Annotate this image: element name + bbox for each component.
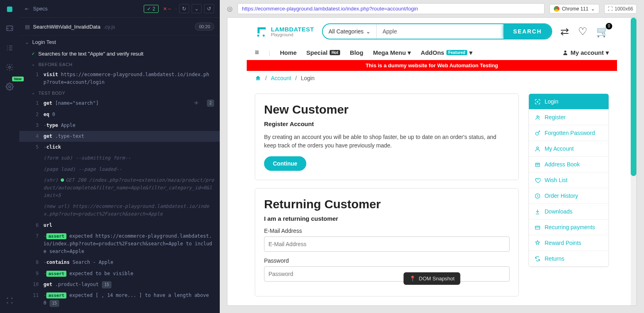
svg-point-3 — [9, 86, 11, 88]
site-logo[interactable]: LAMBDATEST Playground — [255, 25, 314, 38]
cart-icon[interactable]: 🛒0 — [596, 25, 609, 38]
nav-mega-menu[interactable]: Mega Menu ▾ — [373, 49, 411, 56]
command-row[interactable]: 1visit https://ecommerce-playground.lamb… — [19, 69, 220, 88]
chevron-down-icon: ⌄ — [591, 6, 595, 12]
command-row[interactable]: 3-type Apple — [19, 120, 220, 131]
url-input[interactable] — [237, 3, 545, 14]
password-field[interactable] — [264, 266, 510, 282]
before-each-header[interactable]: ⌄ BEFORE EACH — [19, 59, 220, 69]
browser-badge[interactable]: Chrome 111 ⌄ — [549, 4, 599, 14]
sidebar-item-returns[interactable]: Returns — [529, 251, 609, 267]
command-row[interactable]: (xhr) GET 200 /index.php?route=extension… — [19, 175, 220, 201]
separator: · — [175, 6, 177, 12]
search-button[interactable]: SEARCH — [504, 24, 551, 39]
sidebar-item-address-book[interactable]: Address Book — [529, 157, 609, 172]
breadcrumb-account[interactable]: Account — [271, 75, 291, 81]
nav-blog[interactable]: Blog — [350, 49, 363, 56]
file-ext: .cy.js — [103, 24, 115, 30]
spec-header: ⇤ Specs ✓ 2 ✕ – · ↻ ⌄ ↺ — [19, 0, 220, 18]
dom-snapshot-badge[interactable]: 📍 DOM Snapshot — [404, 272, 460, 285]
sidebar-item-login[interactable]: Login — [529, 94, 609, 110]
email-field[interactable] — [264, 236, 510, 252]
menu-icon[interactable]: ≡ — [255, 48, 259, 57]
command-row[interactable]: 1get [name="search"]👁2 — [19, 98, 220, 109]
sidebar-item-my-account[interactable]: My Account — [529, 141, 609, 157]
reload-icon[interactable]: ↺ — [204, 4, 214, 13]
section-label: BEFORE EACH — [39, 62, 72, 67]
logo-subtitle: Playground — [271, 32, 314, 37]
describe-block[interactable]: ⌄ Login Test — [19, 36, 220, 48]
command-row[interactable]: 9-assert expected to be visible — [19, 268, 220, 279]
chrome-label: Chrome 111 — [562, 6, 588, 12]
returning-customer-card: Returning Customer I am a returning cust… — [255, 188, 519, 296]
command-row[interactable]: 7-assert expected https://ecommerce-play… — [19, 231, 220, 257]
check-icon: ✓ — [31, 51, 35, 56]
cart-count-badge: 0 — [606, 23, 612, 29]
nav-home[interactable]: Home — [280, 49, 297, 56]
test-row[interactable]: ✓ Searches for the text "Apple" and veri… — [19, 48, 220, 59]
scrollbar[interactable] — [631, 18, 636, 305]
duration-badge: 00:20 — [195, 23, 214, 31]
rail-gear-icon[interactable] — [5, 82, 14, 91]
command-row[interactable]: (form sub) --submitting form-- — [19, 153, 220, 164]
home-icon[interactable] — [255, 75, 261, 81]
viewport-badge[interactable]: ⛶ 1000x66 — [604, 4, 637, 14]
site-nav: ≡ | Home SpecialHot Blog Mega Menu ▾ Add… — [247, 45, 617, 60]
chevron-down-icon[interactable]: ⌄ — [192, 4, 202, 13]
email-label: E-Mail Address — [264, 228, 510, 234]
sidebar-item-wish-list[interactable]: Wish List — [529, 172, 609, 188]
new-customer-title: New Customer — [264, 103, 510, 116]
sidebar-item-order-history[interactable]: Order History — [529, 188, 609, 204]
command-log: 1visit https://ecommerce-playground.lamb… — [19, 69, 220, 313]
loading-icon[interactable]: ↻ — [179, 4, 189, 13]
rail-list-icon[interactable] — [5, 44, 14, 52]
command-row[interactable]: 2eq 0 — [19, 109, 220, 120]
search-category-select[interactable]: All Categories ⌄ — [323, 24, 377, 39]
compare-icon[interactable]: ⇄ — [560, 25, 569, 38]
nav-my-account[interactable]: My account ▾ — [562, 49, 609, 56]
chevron-down-icon: ⌄ — [31, 62, 35, 67]
dom-snapshot-label: DOM Snapshot — [419, 276, 455, 282]
nav-special[interactable]: SpecialHot — [306, 49, 340, 56]
rail-app-icon[interactable] — [5, 5, 14, 14]
svg-rect-0 — [7, 6, 12, 12]
svg-point-2 — [9, 66, 11, 68]
svg-point-5 — [263, 35, 265, 37]
continue-button[interactable]: Continue — [264, 156, 306, 171]
svg-point-4 — [257, 35, 259, 37]
test-title: Searches for the text "Apple" and verify… — [38, 51, 143, 57]
logo-text: LAMBDATEST — [271, 26, 314, 32]
command-row[interactable]: 4get .type-text — [19, 131, 220, 142]
viewport: LAMBDATEST Playground All Categories ⌄ S… — [227, 17, 637, 306]
file-row[interactable]: ▤ SearchWithValid_InvalidData.cy.js 00:2… — [19, 18, 220, 36]
logo-icon — [255, 25, 268, 38]
sidebar-item-register[interactable]: Register — [529, 110, 609, 125]
command-row[interactable]: (page load) --page loaded-- — [19, 164, 220, 175]
target-icon[interactable]: ◎ — [227, 5, 233, 12]
sidebar-item-recurring-payments[interactable]: Recurring payments — [529, 220, 609, 235]
command-row[interactable]: 5-click — [19, 142, 220, 153]
site-content: LAMBDATEST Playground All Categories ⌄ S… — [247, 18, 617, 305]
command-row[interactable]: (new url) https://ecommerce-playground.l… — [19, 201, 220, 220]
command-row[interactable]: 6url — [19, 220, 220, 231]
command-row[interactable]: 8-contains Search - Apple — [19, 257, 220, 268]
command-row[interactable]: 11-assert expected [ , 14 more... ] to h… — [19, 290, 220, 309]
pin-icon: 📍 — [409, 276, 416, 282]
test-body-header[interactable]: ⌄TEST BODY — [19, 88, 220, 98]
left-rail: New — [0, 0, 19, 313]
nav-addons[interactable]: AddOnsFeatured ▾ — [421, 49, 473, 56]
search-input[interactable] — [377, 28, 504, 35]
collapse-icon[interactable]: ⇤ — [25, 6, 29, 12]
heart-icon[interactable]: ♡ — [578, 25, 587, 38]
sidebar-item-forgotten-password[interactable]: Forgotten Password — [529, 125, 609, 141]
rail-keyboard-icon[interactable] — [5, 296, 14, 305]
sidebar-item-downloads[interactable]: Downloads — [529, 204, 609, 220]
command-row[interactable]: 10get .product-layout15 — [19, 279, 220, 290]
svg-rect-12 — [535, 226, 540, 229]
file-name: SearchWithValid_InvalidData — [33, 24, 100, 30]
chrome-icon — [554, 6, 559, 12]
rail-code-icon[interactable] — [5, 24, 14, 33]
sidebar-item-reward-points[interactable]: Reward Points — [529, 235, 609, 251]
rail-settings-icon[interactable] — [5, 63, 14, 72]
panel-title: Specs — [33, 6, 47, 12]
